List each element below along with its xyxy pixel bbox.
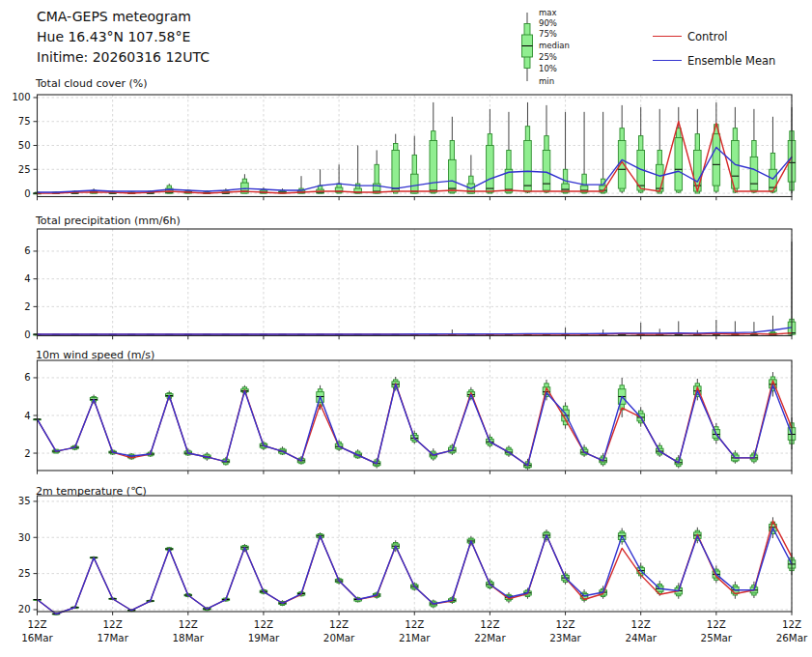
svg-text:10%: 10%: [539, 64, 557, 73]
legend-control-swatch: [653, 36, 682, 37]
svg-text:22Mar: 22Mar: [474, 632, 506, 643]
legend-control-label: Control: [687, 30, 728, 43]
svg-text:25: 25: [18, 164, 31, 175]
svg-text:100: 100: [12, 92, 30, 102]
panel-title-temperature: 2m temperature (℃): [36, 485, 147, 498]
svg-text:25%: 25%: [539, 52, 557, 62]
svg-text:75%: 75%: [539, 29, 557, 39]
svg-text:20: 20: [18, 604, 31, 614]
svg-text:50: 50: [18, 140, 31, 151]
svg-text:35: 35: [18, 496, 31, 506]
svg-text:30: 30: [18, 532, 31, 543]
svg-text:12Z: 12Z: [254, 618, 273, 630]
svg-text:17Mar: 17Mar: [97, 632, 128, 643]
header-location: Hue 16.43°N 107.58°E: [37, 27, 210, 47]
header: CMA-GEPS meteogram Hue 16.43°N 107.58°E …: [37, 7, 210, 68]
svg-text:min: min: [539, 76, 554, 86]
svg-text:18Mar: 18Mar: [173, 632, 205, 643]
plot-canvas: 025507510002462462025303512Z16Mar12Z17Ma…: [0, 0, 812, 657]
svg-text:24Mar: 24Mar: [625, 632, 657, 643]
svg-text:90%: 90%: [539, 18, 557, 28]
panel-title-cloud-cover: Total cloud cover (%): [36, 77, 148, 90]
svg-text:0: 0: [24, 329, 30, 340]
svg-text:26Mar: 26Mar: [776, 632, 808, 643]
svg-text:4: 4: [24, 411, 30, 421]
svg-text:6: 6: [24, 245, 30, 256]
legend-ensemble-swatch: [653, 60, 682, 61]
svg-text:20Mar: 20Mar: [323, 632, 355, 643]
svg-text:4: 4: [24, 273, 30, 284]
panel-title-precipitation: Total precipitation (mm/6h): [36, 214, 181, 227]
svg-text:19Mar: 19Mar: [248, 632, 280, 643]
svg-text:2: 2: [24, 301, 30, 312]
svg-text:12Z: 12Z: [782, 618, 801, 630]
header-inittime: Initime: 20260316 12UTC: [37, 47, 210, 68]
svg-text:2: 2: [24, 448, 30, 459]
header-title: CMA-GEPS meteogram: [37, 7, 210, 27]
svg-text:12Z: 12Z: [179, 618, 198, 630]
svg-text:12Z: 12Z: [329, 618, 349, 630]
svg-text:12Z: 12Z: [405, 618, 424, 630]
svg-text:max: max: [539, 8, 557, 17]
svg-text:0: 0: [24, 188, 30, 199]
svg-text:12Z: 12Z: [103, 618, 123, 630]
svg-text:75: 75: [18, 116, 31, 127]
svg-text:median: median: [539, 41, 570, 50]
svg-text:21Mar: 21Mar: [399, 632, 431, 643]
svg-text:12Z: 12Z: [27, 618, 46, 630]
svg-text:12Z: 12Z: [555, 618, 574, 630]
svg-text:6: 6: [24, 372, 30, 383]
svg-text:12Z: 12Z: [631, 618, 651, 630]
svg-text:23Mar: 23Mar: [549, 632, 581, 643]
svg-text:25Mar: 25Mar: [701, 632, 733, 643]
svg-text:12Z: 12Z: [707, 618, 726, 630]
meteogram: 025507510002462462025303512Z16Mar12Z17Ma…: [0, 0, 812, 657]
legend-ensemble-label: Ensemble Mean: [687, 54, 775, 68]
panel-title-wind-speed: 10m wind speed (m/s): [36, 349, 154, 361]
svg-text:25: 25: [18, 568, 31, 579]
svg-text:16Mar: 16Mar: [21, 632, 53, 643]
svg-text:12Z: 12Z: [480, 618, 499, 630]
